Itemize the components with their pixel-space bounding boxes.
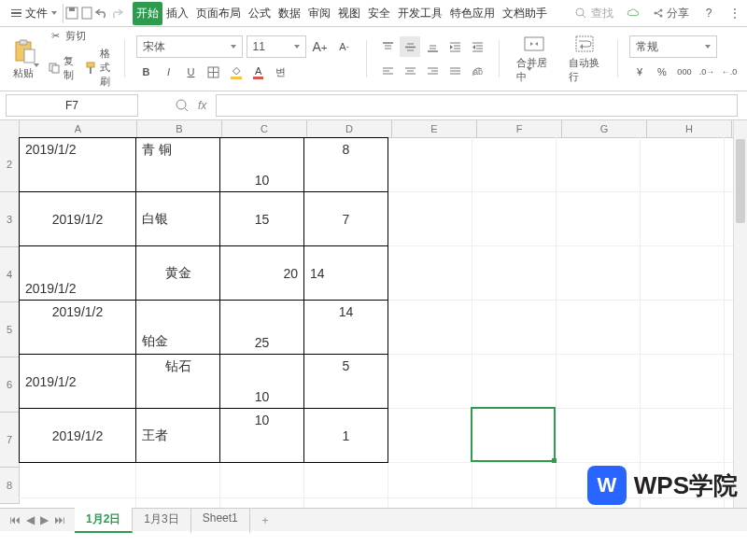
- increase-indent-button[interactable]: [444, 36, 465, 57]
- decrease-decimal-button[interactable]: ←.0: [719, 62, 740, 82]
- column-header[interactable]: D: [307, 120, 392, 137]
- tab-nav-prev-icon[interactable]: ◀: [26, 513, 35, 526]
- row-header[interactable]: 2: [0, 137, 19, 192]
- cell[interactable]: 7: [304, 192, 388, 246]
- more-icon[interactable]: ⋮: [728, 7, 741, 20]
- scrollbar-thumb[interactable]: [736, 139, 745, 223]
- decrease-indent-button[interactable]: [467, 36, 487, 57]
- merge-center-button[interactable]: 合并居中: [511, 32, 557, 86]
- cell[interactable]: 铂金: [136, 301, 220, 355]
- fx-zoom-icon[interactable]: [176, 99, 189, 112]
- column-header[interactable]: F: [477, 120, 562, 137]
- cell[interactable]: 青 铜: [136, 138, 220, 192]
- help-icon[interactable]: ?: [702, 7, 715, 20]
- font-color-button[interactable]: A: [248, 62, 269, 82]
- select-all-corner[interactable]: [0, 120, 20, 137]
- align-right-button[interactable]: [422, 61, 443, 81]
- percent-button[interactable]: %: [652, 62, 672, 82]
- auto-wrap-button[interactable]: 自动换行: [563, 32, 606, 86]
- row-header[interactable]: 3: [0, 192, 19, 247]
- tab-nav-next-icon[interactable]: ▶: [40, 513, 49, 526]
- cell[interactable]: 1: [304, 409, 388, 463]
- underline-button[interactable]: U: [181, 62, 202, 82]
- align-bottom-button[interactable]: [422, 36, 443, 57]
- orientation-button[interactable]: ab: [467, 61, 487, 81]
- cell[interactable]: 黄金: [136, 246, 220, 301]
- column-header[interactable]: A: [20, 120, 137, 137]
- cell[interactable]: 8: [304, 138, 388, 192]
- add-sheet-button[interactable]: ＋: [250, 512, 280, 528]
- decrease-font-button[interactable]: A-: [334, 36, 355, 57]
- number-format-select[interactable]: 常规: [629, 35, 717, 58]
- cell[interactable]: 白银: [136, 192, 220, 246]
- column-header[interactable]: C: [222, 120, 307, 137]
- tab-nav-first-icon[interactable]: ⏮: [9, 513, 21, 526]
- cell[interactable]: 钻石: [136, 355, 220, 409]
- cell[interactable]: 10: [220, 355, 304, 409]
- column-header[interactable]: G: [562, 120, 647, 137]
- cell[interactable]: 2019/1/2: [20, 192, 136, 246]
- sheet-tab[interactable]: 1月2日: [75, 508, 133, 533]
- bold-button[interactable]: B: [136, 62, 157, 82]
- cell[interactable]: 2019/1/2: [20, 138, 136, 192]
- cell[interactable]: 2019/1/2: [20, 409, 136, 463]
- formula-input[interactable]: [216, 94, 738, 117]
- ribbon-tab[interactable]: 开发工具: [394, 2, 446, 25]
- cell[interactable]: 10: [220, 138, 304, 192]
- align-center-button[interactable]: [400, 61, 420, 81]
- ribbon-tab[interactable]: 审阅: [304, 2, 334, 25]
- ribbon-tab[interactable]: 公式: [245, 2, 275, 25]
- sheet-tab[interactable]: 1月3日: [133, 508, 190, 533]
- cut-button[interactable]: ✂剪切: [49, 29, 113, 43]
- search-box[interactable]: 查找: [574, 6, 613, 21]
- ribbon-tab[interactable]: 插入: [162, 2, 192, 25]
- cell[interactable]: 王者: [136, 409, 220, 463]
- comma-button[interactable]: 000: [674, 62, 695, 82]
- justify-button[interactable]: [444, 61, 465, 81]
- cell[interactable]: 14: [304, 246, 388, 301]
- phonetic-button[interactable]: 변: [271, 62, 291, 82]
- cell[interactable]: 2019/1/2: [20, 301, 136, 355]
- cell[interactable]: 20: [220, 246, 304, 301]
- align-middle-button[interactable]: [400, 36, 420, 57]
- cell[interactable]: 10: [220, 409, 304, 463]
- row-header[interactable]: 5: [0, 302, 19, 357]
- column-header[interactable]: B: [137, 120, 222, 137]
- increase-decimal-button[interactable]: .0→: [697, 62, 717, 82]
- copy-button[interactable]: 复制: [49, 54, 76, 82]
- align-left-button[interactable]: [377, 61, 398, 81]
- cell[interactable]: 2019/1/2: [20, 246, 136, 301]
- row-header[interactable]: 8: [0, 468, 19, 504]
- column-header[interactable]: H: [647, 120, 732, 137]
- italic-button[interactable]: I: [159, 62, 179, 82]
- ribbon-tab[interactable]: 视图: [334, 2, 364, 25]
- ribbon-tab[interactable]: 数据: [275, 2, 304, 25]
- name-box[interactable]: F7: [6, 94, 138, 117]
- tab-nav-last-icon[interactable]: ⏭: [54, 513, 65, 526]
- cell[interactable]: 2019/1/2: [20, 355, 136, 409]
- borders-button[interactable]: [204, 62, 224, 82]
- cloud-icon[interactable]: [627, 7, 640, 20]
- redo-icon[interactable]: [110, 7, 123, 20]
- cell[interactable]: 15: [220, 192, 304, 246]
- currency-button[interactable]: ¥: [629, 62, 650, 82]
- sheet-tab[interactable]: Sheet1: [191, 508, 250, 533]
- paste-button[interactable]: 粘贴: [7, 36, 43, 82]
- column-header[interactable]: E: [392, 120, 477, 137]
- file-menu[interactable]: 文件: [6, 4, 63, 23]
- ribbon-tab[interactable]: 文档助手: [499, 2, 551, 25]
- row-header[interactable]: 7: [0, 413, 19, 468]
- row-header[interactable]: 4: [0, 247, 19, 302]
- cell[interactable]: 25: [220, 301, 304, 355]
- font-size-select[interactable]: 11: [247, 35, 306, 58]
- ribbon-tab[interactable]: 特色应用: [446, 2, 499, 25]
- save-icon[interactable]: [65, 7, 78, 20]
- cell[interactable]: 14: [304, 301, 388, 355]
- row-header[interactable]: 6: [0, 357, 19, 413]
- doc-icon[interactable]: [80, 7, 93, 20]
- format-painter-button[interactable]: 格式刷: [85, 47, 113, 89]
- ribbon-tab[interactable]: 开始: [133, 2, 162, 25]
- undo-icon[interactable]: [95, 7, 108, 20]
- increase-font-button[interactable]: A+: [310, 36, 331, 57]
- cell[interactable]: 5: [304, 355, 388, 409]
